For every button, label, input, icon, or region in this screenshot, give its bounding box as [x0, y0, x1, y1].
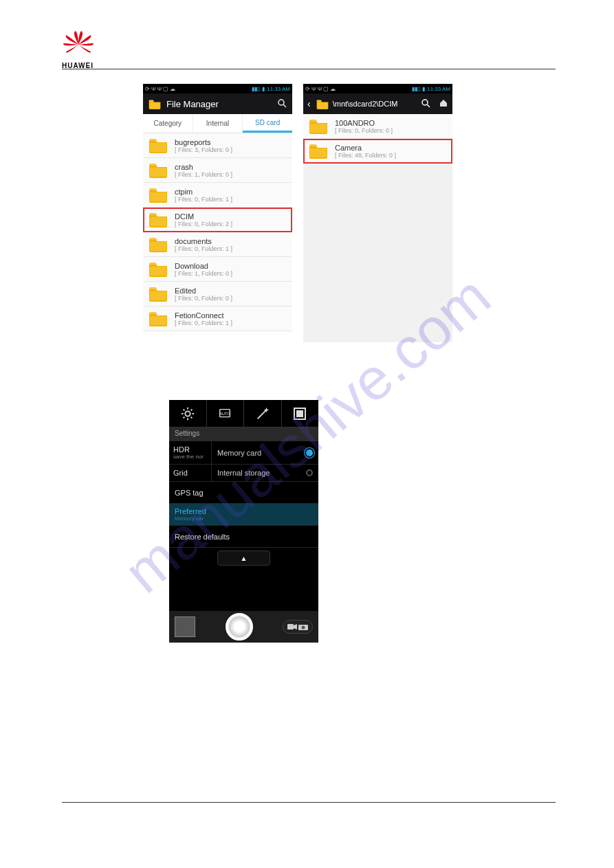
camera-bottom-bar — [169, 611, 318, 643]
setting-gps-label: GPS tag — [175, 489, 204, 497]
folder-subtitle: [ Files: 0, Folders: 0 ] — [175, 295, 232, 302]
triangle-up-icon: ▲ — [241, 555, 248, 562]
svg-line-12 — [183, 416, 184, 418]
folder-row[interactable]: Camera[ Files: 48, Folders: 0 ] — [303, 139, 452, 164]
folder-name: bugreports — [175, 138, 232, 146]
screenshot-dcim-folder: ⟳ Ψ Ψ ▢ ☁ ▮▮▯ ▮ 11:33 AM ‹ \mnt\sdcard2\… — [303, 84, 452, 342]
huawei-petal-icon — [62, 31, 95, 58]
setting-hdr-label: HDR — [173, 445, 207, 454]
tab-category[interactable]: Category — [143, 114, 193, 133]
svg-point-20 — [302, 626, 305, 630]
setting-hdr[interactable]: HDR save the nor — [169, 441, 212, 464]
svg-rect-18 — [287, 624, 294, 630]
frame-icon[interactable] — [282, 400, 319, 427]
folder-icon — [149, 137, 168, 153]
setting-restore-label: Restore defaults — [175, 533, 230, 541]
svg-line-10 — [183, 409, 184, 410]
status-cloud-icon: ☁ — [170, 86, 175, 92]
status-cloud-icon: ☁ — [330, 86, 336, 92]
folder-name: documents — [175, 237, 232, 245]
app-icon — [149, 99, 161, 109]
folder-subtitle: [ Files: 3, Folders: 0 ] — [175, 146, 232, 153]
folder-name: DCIM — [175, 212, 232, 221]
home-icon[interactable] — [439, 98, 448, 109]
option-memory-card-label: Memory card — [217, 449, 261, 457]
tab-sdcard[interactable]: SD card — [243, 114, 292, 133]
svg-rect-17 — [296, 410, 303, 417]
signal-icon: ▮▮▯ — [252, 86, 260, 92]
folder-row[interactable]: FetionConnect[ Files: 0, Folders: 1 ] — [143, 307, 292, 331]
storage-option-internal[interactable]: Internal storage — [212, 465, 318, 481]
svg-line-13 — [190, 409, 192, 410]
svg-point-1 — [278, 100, 284, 105]
status-bar: ⟳ Ψ Ψ ▢ ☁ ▮▮▯ ▮ 11:33 AM — [143, 84, 292, 93]
tab-internal[interactable]: Internal — [193, 114, 243, 133]
folder-name: crash — [175, 163, 232, 171]
camera-top-toolbar: AUTO — [169, 400, 318, 427]
setting-gps-tag[interactable]: GPS tag — [169, 482, 318, 504]
setting-restore-defaults[interactable]: Restore defaults — [169, 526, 318, 548]
folder-subtitle: [ Files: 0, Folders: 1 ] — [175, 320, 232, 326]
folder-icon — [149, 236, 168, 252]
collapse-panel-button[interactable]: ▲ — [217, 550, 270, 566]
folder-list[interactable]: bugreports[ Files: 3, Folders: 0 ]crash[… — [143, 133, 292, 331]
effects-icon[interactable] — [244, 400, 282, 427]
folder-icon — [316, 99, 329, 109]
folder-row[interactable]: crash[ Files: 1, Folders: 0 ] — [143, 158, 292, 183]
shutter-button[interactable] — [226, 613, 253, 641]
status-sync-icon: ⟳ — [145, 86, 150, 92]
folder-row[interactable]: documents[ Files: 0, Folders: 1 ] — [143, 232, 292, 257]
camera-viewfinder — [169, 570, 318, 611]
settings-gear-icon[interactable] — [169, 400, 207, 427]
clock-text: 11:33 AM — [267, 86, 290, 92]
search-icon[interactable] — [277, 98, 287, 109]
folder-row[interactable]: Download[ Files: 1, Folders: 0 ] — [143, 257, 292, 282]
current-path: \mnt\sdcard2\DCIM — [333, 100, 417, 108]
folder-subtitle: [ Files: 0, Folders: 0 ] — [335, 127, 393, 134]
gallery-thumbnail[interactable] — [175, 616, 195, 637]
storage-tabs: Category Internal SD card — [143, 114, 292, 133]
settings-panel-title: Settings — [169, 427, 318, 441]
storage-option-memory-card[interactable]: Memory card — [212, 441, 318, 464]
svg-point-5 — [185, 411, 190, 416]
status-bar: ⟳ Ψ Ψ ▢ ☁ ▮▮▯ ▮ 11:33 AM — [303, 84, 452, 93]
folder-icon — [149, 162, 168, 178]
folder-name: FetionConnect — [175, 311, 232, 320]
status-usb-icon: Ψ — [157, 86, 162, 92]
folder-row[interactable]: ctpim[ Files: 0, Folders: 1 ] — [143, 183, 292, 208]
status-usb-icon: Ψ — [151, 86, 156, 92]
back-icon[interactable]: ‹ — [307, 98, 311, 109]
setting-grid-label: Grid — [173, 469, 207, 477]
svg-line-2 — [283, 104, 286, 107]
folder-row[interactable]: bugreports[ Files: 3, Folders: 0 ] — [143, 133, 292, 158]
footer-rule — [62, 802, 556, 803]
folder-row[interactable]: Edited[ Files: 0, Folders: 0 ] — [143, 282, 292, 307]
folder-list[interactable]: 100ANDRO[ Files: 0, Folders: 0 ]Camera[ … — [303, 114, 452, 164]
battery-icon: ▮ — [262, 86, 265, 92]
status-box-icon: ▢ — [323, 86, 329, 92]
header-rule — [62, 69, 556, 69]
mode-toggle[interactable] — [283, 620, 313, 634]
folder-icon — [149, 261, 168, 277]
folder-icon — [149, 311, 168, 326]
setting-preferred-sub: Memory car — [175, 515, 206, 522]
radio-unselected-icon — [306, 469, 313, 476]
folder-row[interactable]: DCIM[ Files: 0, Folders: 2 ] — [143, 208, 292, 232]
svg-point-3 — [422, 100, 428, 105]
empty-area — [303, 164, 452, 342]
folder-name: ctpim — [175, 188, 232, 196]
app-title: File Manager — [166, 99, 272, 109]
svg-text:AUTO: AUTO — [220, 411, 231, 415]
setting-preferred-save[interactable]: Preferred Memory car — [169, 504, 318, 526]
setting-grid[interactable]: Grid — [169, 465, 212, 481]
folder-row[interactable]: 100ANDRO[ Files: 0, Folders: 0 ] — [303, 114, 452, 139]
setting-hdr-sub: save the nor — [173, 454, 207, 460]
svg-line-11 — [190, 416, 192, 418]
svg-line-4 — [427, 104, 430, 107]
folder-subtitle: [ Files: 0, Folders: 2 ] — [175, 221, 232, 227]
option-internal-label: Internal storage — [217, 469, 270, 477]
folder-name: Camera — [335, 144, 396, 152]
search-icon[interactable] — [421, 98, 430, 109]
auto-mode-icon[interactable]: AUTO — [207, 400, 245, 427]
status-sync-icon: ⟳ — [305, 86, 310, 92]
